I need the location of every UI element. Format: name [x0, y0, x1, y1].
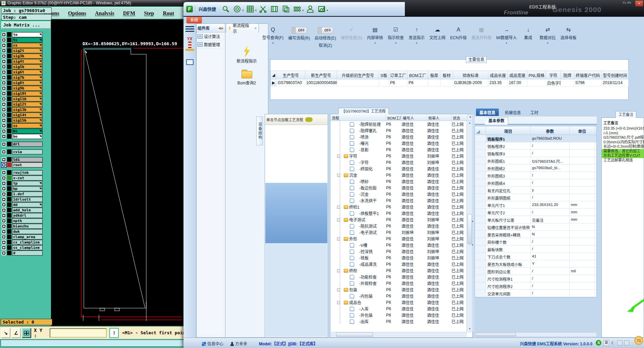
layer-row[interactable]: cs_clampline: [2, 240, 43, 245]
layer-name[interactable]: cvia: [12, 149, 43, 154]
tab-work-hours[interactable]: 工时: [527, 109, 542, 116]
layer-name[interactable]: sig15b: [12, 118, 43, 123]
layer-name[interactable]: bo: [12, 134, 43, 139]
layer-name[interactable]: clamp_area: [12, 234, 43, 239]
param-row[interactable]: 铣板程序1 gs79603ta0.ROU: [475, 135, 596, 142]
tree-row[interactable]: -阻焊前处理 P6 酒佳佳 酒佳佳 已上网: [330, 121, 467, 127]
layer-row[interactable]: sig5b: [2, 64, 43, 69]
layer-checkbox[interactable]: [2, 246, 6, 250]
component-panel-item[interactable]: 设计算法: [197, 32, 225, 41]
layer-checkbox[interactable]: [2, 224, 6, 228]
tree-row[interactable]: -控深铣 P6 酒佳佳 刘振坤 已上网: [330, 248, 467, 255]
column-header[interactable]: 阻焊: [561, 71, 574, 79]
column-header[interactable]: 板材: [440, 71, 453, 79]
chevron-down-icon[interactable]: ▾: [255, 9, 257, 12]
tree-row[interactable]: -成品仓 P6 酒佳佳 酒佳佳 已上网: [330, 299, 467, 305]
tree-row[interactable]: -显影 P6 酒佳佳 酒佳佳 已上网: [330, 146, 467, 153]
chevron-down-icon[interactable]: ▾: [409, 42, 425, 45]
tree-row[interactable]: -包装 P6 酒佳佳 酒佳佳 已上网: [330, 286, 467, 293]
layer-row[interactable]: sig12t: [2, 102, 43, 107]
tree-row[interactable]: -板边包胶 P6 酒佳佳 酒佳佳 已上网: [330, 185, 467, 191]
layer-row[interactable]: cvia: [2, 149, 43, 154]
table-row[interactable]: ▶ GS79603TA0 10011600004588 P6 P6 GJB362…: [271, 79, 629, 86]
layer-row[interactable]: bo: [2, 134, 43, 139]
param-value[interactable]: /: [531, 194, 570, 201]
tree-row[interactable]: -烘板整平1 P6 酒佳佳 酒佳佳 已上网: [330, 210, 467, 216]
layer-checkbox[interactable]: [2, 176, 6, 180]
layer-checkbox[interactable]: [2, 170, 6, 175]
column-header[interactable]: BOM工厂: [408, 71, 428, 79]
copy-pages-icon[interactable]: [281, 5, 290, 13]
layer-name[interactable]: tp: [12, 181, 43, 186]
ribbon-button[interactable]: ↑ 发送指示 ▾: [406, 23, 427, 45]
layer-checkbox[interactable]: [2, 187, 6, 191]
layer-row[interactable]: sig7b: [2, 75, 43, 80]
layer-row[interactable]: sig3b: [2, 54, 43, 58]
chevron-down-icon[interactable]: ▾: [367, 42, 383, 45]
tab-extended-info[interactable]: 拓展信息: [501, 109, 524, 116]
param-value[interactable]: /: [531, 290, 570, 297]
layer-name[interactable]: sig9b: [12, 86, 43, 91]
layer-name[interactable]: sig13b: [12, 107, 43, 112]
tree-row[interactable]: -入库 P6 酒佳佳 酒佳佳 已上网: [330, 305, 467, 312]
expand-collapse-icon[interactable]: -: [337, 237, 340, 240]
tree-row[interactable]: -电子测试 P6 刘振坤 刘振坤 已上网: [330, 229, 467, 235]
column-header[interactable]: 升级前旧生产型号: [337, 71, 379, 79]
tree-col-factory[interactable]: BOM工厂: [386, 114, 401, 121]
tree-horizontal-scrollbar[interactable]: [331, 332, 467, 337]
layer-row[interactable]: tp: [2, 181, 43, 186]
hamburger-menu-icon[interactable]: [185, 26, 194, 32]
folder-icon[interactable]: [241, 71, 252, 78]
param-value[interactable]: gs79603ta0_bi...: [531, 164, 570, 171]
cam-menu-item[interactable]: Options: [68, 10, 86, 16]
tree-row[interactable]: -喷砂 P6 酒佳佳 酒佳佳 已上网: [330, 178, 467, 185]
moon-icon[interactable]: ☾: [611, 340, 615, 345]
param-row[interactable]: 外形图纸2 gs79603ta0_bi...: [475, 164, 596, 172]
layer-row[interactable]: ydkdrl: [2, 213, 43, 218]
layer-row[interactable]: sig14t: [2, 113, 43, 117]
tree-vertical-scrollbar[interactable]: ▲ ▼: [467, 121, 472, 333]
ribbon-button[interactable]: A ECN升级: [448, 23, 469, 40]
grid-toggle-button[interactable]: [22, 328, 31, 338]
tree-row[interactable]: -终检1 P6 酒佳佳 酒佳佳 已上网: [330, 204, 467, 210]
tree-row[interactable]: -终检 P6 酒佳佳 酒佳佳 已上网: [330, 267, 467, 274]
chevron-down-icon[interactable]: ▾: [388, 42, 404, 45]
ribbon-button[interactable]: ⇆ 选择母板: [558, 23, 579, 40]
tree-col-writer[interactable]: 编写人: [401, 114, 427, 121]
param-row[interactable]: 尺寸检测程序2 /: [475, 282, 596, 290]
layer-name[interactable]: sig8t: [12, 80, 43, 85]
tree-row[interactable]: -内包装 P6 酒佳佳 酒佳佳 已上网: [330, 293, 467, 299]
tree-row[interactable]: -成品清洗 P6 酒佳佳 酒佳佳 已上网: [330, 261, 467, 267]
layer-row[interactable]: sig4t: [2, 59, 43, 64]
layer-checkbox[interactable]: [2, 163, 6, 167]
layer-row[interactable]: dwk: [2, 229, 43, 234]
cad-canvas[interactable]: [51, 19, 188, 326]
layer-row[interactable]: bp: [2, 186, 43, 191]
film-icon[interactable]: [270, 5, 279, 13]
layer-row[interactable]: cs: [2, 43, 43, 48]
layer-name[interactable]: ss: [12, 123, 43, 128]
panel-splitter[interactable]: [472, 114, 474, 332]
lightning-icon[interactable]: [243, 45, 251, 57]
layer-name[interactable]: sig4t: [12, 59, 43, 64]
layer-row[interactable]: sig2t: [2, 48, 43, 53]
param-row[interactable]: 有无内定位孔 y: [475, 187, 596, 194]
param-row[interactable]: 外形露铜图纸 /: [475, 194, 596, 201]
param-value[interactable]: GS79603TA0.尺...: [531, 157, 570, 164]
ribbon-button[interactable]: ⇄ 数据对比 ▾: [537, 23, 558, 45]
layer-checkbox[interactable]: [2, 65, 6, 69]
tree-row[interactable]: -沉金 P6 酒佳佳 酒佳佳 已上网: [330, 191, 467, 197]
column-header[interactable]: 订单工厂: [389, 71, 408, 79]
param-row[interactable]: 尺寸检测程序1 /: [475, 275, 596, 282]
expand-collapse-icon[interactable]: -: [337, 301, 340, 304]
param-horizontal-scrollbar[interactable]: [475, 332, 597, 337]
param-row[interactable]: 单元板尺寸公差 见备注 mm: [475, 216, 596, 223]
layer-row[interactable]: drl: [2, 142, 43, 146]
expand-collapse-icon[interactable]: -: [337, 218, 340, 221]
subtab-basic-params[interactable]: 基本参数: [485, 117, 508, 125]
close-button[interactable]: ×: [635, 1, 643, 6]
layer-name[interactable]: ss_clampline: [12, 245, 43, 250]
param-row[interactable]: 外形图纸4 /: [475, 179, 596, 187]
expand-collapse-icon[interactable]: -: [337, 206, 340, 209]
param-col-unit[interactable]: 单位: [570, 126, 595, 135]
